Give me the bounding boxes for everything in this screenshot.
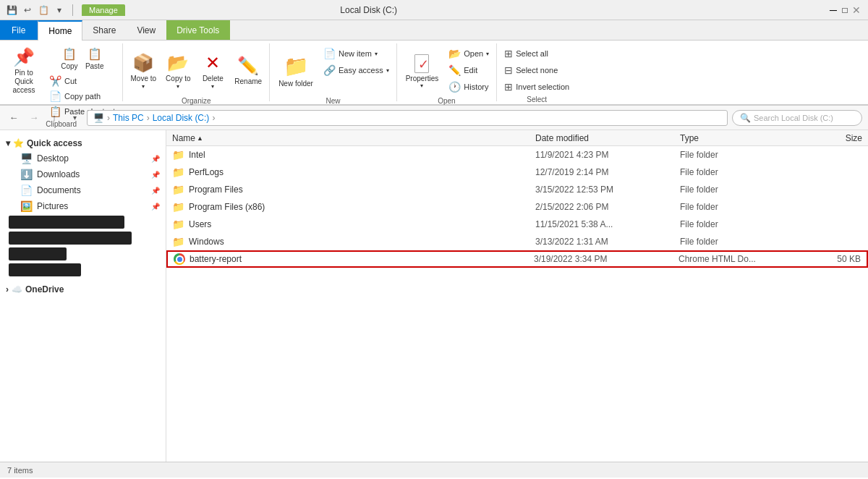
copy-button[interactable]: 📋 Copy xyxy=(58,46,81,71)
table-row[interactable]: 📁 Intel 11/9/2021 4:23 PM File folder xyxy=(166,146,868,164)
recent-locations-button[interactable]: ▾ xyxy=(67,110,82,126)
qat-undo-icon[interactable]: ↩ xyxy=(22,4,33,16)
file-name-text: battery-report xyxy=(190,254,242,264)
path-local-disk[interactable]: Local Disk (C:) xyxy=(153,113,210,123)
address-bar: ← → ↑ ▾ 🖥️ › This PC › Local Disk (C:) ›… xyxy=(0,106,868,130)
pin-to-quick-access-button[interactable]: 📌 Pin to Quick access xyxy=(4,46,43,96)
folder-icon: 📁 xyxy=(172,219,184,230)
tab-drive-tools[interactable]: Drive Tools xyxy=(166,20,230,40)
quick-access-expand-arrow: ▾ xyxy=(6,138,10,148)
file-date: 3/15/2022 12:53 PM xyxy=(532,185,677,195)
copy-to-icon: 📂 xyxy=(167,53,189,73)
file-size: 50 KB xyxy=(791,254,864,264)
open-icon: 📂 xyxy=(448,48,461,59)
copy-path-button[interactable]: 📄 Copy path xyxy=(46,89,118,103)
qat-save-icon[interactable]: 💾 xyxy=(6,4,17,16)
table-row[interactable]: battery-report 3/19/2022 3:34 PM Chrome … xyxy=(166,250,868,268)
desktop-pin-icon: 📌 xyxy=(151,155,160,163)
copy-icon: 📋 xyxy=(62,47,77,61)
path-this-pc[interactable]: This PC xyxy=(113,113,144,123)
table-row[interactable]: 📁 PerfLogs 12/7/2019 2:14 PM File folder xyxy=(166,164,868,181)
maximize-button[interactable]: □ xyxy=(839,4,851,16)
minimize-button[interactable]: ─ xyxy=(827,4,839,16)
file-type: File folder xyxy=(677,185,793,195)
col-type-header[interactable]: Type xyxy=(677,133,793,143)
paste-button[interactable]: 📋 Paste xyxy=(82,46,107,71)
delete-button[interactable]: ✕ Delete ▾ xyxy=(197,46,229,96)
col-size-header[interactable]: Size xyxy=(793,133,865,143)
qat-properties-icon[interactable]: 📋 xyxy=(38,4,49,16)
easy-access-button[interactable]: 🔗 Easy access ▾ xyxy=(320,63,392,77)
folder-icon: 📁 xyxy=(172,166,184,178)
move-to-button[interactable]: 📦 Move to ▾ xyxy=(127,46,159,96)
new-folder-button[interactable]: 📁 New folder xyxy=(274,46,318,96)
select-all-button[interactable]: ⊞ Select all xyxy=(501,46,572,61)
tab-home[interactable]: Home xyxy=(38,20,82,41)
properties-button[interactable]: ✓ Properties ▾ xyxy=(401,46,443,96)
onedrive-icon: ☁️ xyxy=(12,284,22,294)
file-name-text: PerfLogs xyxy=(189,167,224,177)
tab-file[interactable]: File xyxy=(0,20,38,40)
file-date: 12/7/2019 2:14 PM xyxy=(532,167,677,177)
file-date: 11/9/2021 4:23 PM xyxy=(532,150,677,160)
copy-to-button[interactable]: 📂 Copy to ▾ xyxy=(162,46,194,96)
up-button[interactable]: ↑ xyxy=(46,110,62,126)
file-type: File folder xyxy=(677,150,793,160)
table-row[interactable]: 📁 Program Files 3/15/2022 12:53 PM File … xyxy=(166,181,868,198)
sidebar-item-documents[interactable]: 📄 Documents 📌 xyxy=(0,182,166,198)
quick-access-label: Quick access xyxy=(27,138,82,148)
status-bar: 7 items xyxy=(0,462,868,478)
downloads-label: Downloads xyxy=(37,169,147,179)
onedrive-header[interactable]: › ☁️ OneDrive xyxy=(0,282,166,297)
history-button[interactable]: 🕐 History xyxy=(446,80,492,94)
search-box[interactable]: 🔍 Search Local Disk (C:) xyxy=(732,110,862,126)
file-date: 11/15/2021 5:38 A... xyxy=(532,219,677,229)
quick-access-header[interactable]: ▾ ⭐ Quick access xyxy=(0,136,166,151)
col-name-header[interactable]: Name ▲ xyxy=(169,133,532,143)
sidebar-item-desktop[interactable]: 🖥️ Desktop 📌 xyxy=(0,151,166,166)
onedrive-label: OneDrive xyxy=(25,284,64,294)
ribbon-group-select: ⊞ Select all ⊟ Select none ⊞ Invert sele… xyxy=(497,43,576,101)
address-path[interactable]: 🖥️ › This PC › Local Disk (C:) › xyxy=(87,110,728,126)
col-date-header[interactable]: Date modified xyxy=(532,133,677,143)
file-list: 📁 Intel 11/9/2021 4:23 PM File folder 📁 … xyxy=(166,146,868,462)
documents-pin-icon: 📌 xyxy=(151,187,160,195)
documents-icon: 📄 xyxy=(20,185,33,196)
sidebar-item-pictures[interactable]: 🖼️ Pictures 📌 xyxy=(0,198,166,214)
table-row[interactable]: 📁 Windows 3/13/2022 1:31 AM File folder xyxy=(166,233,868,250)
pictures-icon: 🖼️ xyxy=(20,200,33,212)
file-name-text: Program Files (x86) xyxy=(189,202,265,212)
search-placeholder: Search Local Disk (C:) xyxy=(754,114,833,122)
move-to-icon: 📦 xyxy=(132,53,154,73)
file-name: 📁 Intel xyxy=(169,149,532,161)
tab-view[interactable]: View xyxy=(127,20,166,40)
forward-button[interactable]: → xyxy=(26,110,42,126)
file-date: 2/15/2022 2:06 PM xyxy=(532,202,677,212)
new-item-button[interactable]: 📄 New item ▾ xyxy=(320,46,392,61)
table-row[interactable]: 📁 Program Files (x86) 2/15/2022 2:06 PM … xyxy=(166,198,868,216)
quick-access-toolbar: 💾 ↩ 📋 ▾ xyxy=(6,4,76,16)
file-type: File folder xyxy=(677,219,793,229)
open-label: Open xyxy=(438,97,455,106)
tab-share[interactable]: Share xyxy=(82,20,127,40)
sidebar-item-downloads[interactable]: ⬇️ Downloads 📌 xyxy=(0,166,166,182)
select-none-button[interactable]: ⊟ Select none xyxy=(501,63,572,77)
content-area: Name ▲ Date modified Type Size 📁 Intel 1… xyxy=(166,130,868,462)
manage-tab-indicator: Manage xyxy=(82,4,125,16)
documents-label: Documents xyxy=(37,185,147,195)
invert-selection-button[interactable]: ⊞ Invert selection xyxy=(501,80,572,94)
back-button[interactable]: ← xyxy=(6,110,22,126)
close-button[interactable]: ✕ xyxy=(851,4,862,16)
file-date: 3/13/2022 1:31 AM xyxy=(532,237,677,247)
cut-button[interactable]: ✂️ Cut xyxy=(46,74,118,88)
organize-label: Organize xyxy=(182,97,211,106)
ribbon-group-clipboard: 📌 Pin to Quick access 📋 Copy 📋 Paste xyxy=(0,43,123,101)
file-type: File folder xyxy=(677,202,793,212)
ribbon-content: 📌 Pin to Quick access 📋 Copy 📋 Paste xyxy=(0,41,868,106)
open-button[interactable]: 📂 Open ▾ xyxy=(446,46,492,61)
qat-dropdown-icon[interactable]: ▾ xyxy=(54,4,65,16)
edit-button[interactable]: ✏️ Edit xyxy=(446,63,492,77)
table-row[interactable]: 📁 Users 11/15/2021 5:38 A... File folder xyxy=(166,216,868,233)
rename-button[interactable]: ✏️ Rename xyxy=(231,46,265,96)
quick-access-star-icon: ⭐ xyxy=(13,138,24,148)
